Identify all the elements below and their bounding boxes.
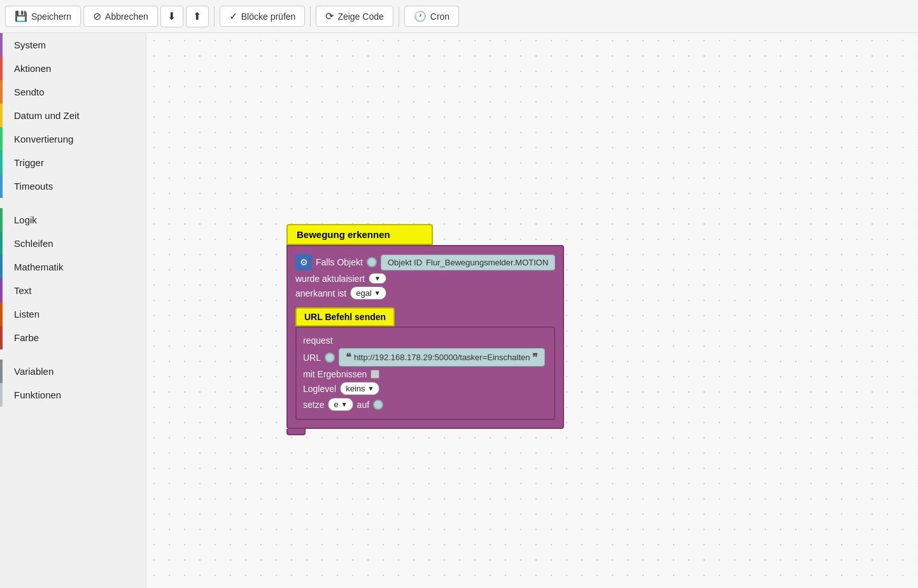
block-bottom-connector bbox=[286, 429, 306, 435]
sidebar-label-konvertierung: Konvertierung bbox=[14, 134, 73, 144]
sidebar-label-mathematik: Mathematik bbox=[14, 262, 64, 272]
save-icon: 💾 bbox=[15, 10, 27, 22]
check-blocks-button[interactable]: ✓ Blöcke prüfen bbox=[220, 6, 306, 27]
mit-ergebnissen-checkbox[interactable] bbox=[371, 370, 379, 379]
sidebar: System Aktionen Sendto Datum und Zeit Ko… bbox=[0, 33, 146, 588]
anerkannt-label: anerkannt ist bbox=[295, 288, 346, 298]
loglevel-label: Loglevel bbox=[303, 384, 336, 394]
sidebar-item-funktionen[interactable]: Funktionen bbox=[0, 383, 146, 407]
down-icon: ⬇ bbox=[167, 10, 176, 22]
connector-objekt[interactable] bbox=[367, 257, 377, 267]
egal-dropdown[interactable]: egal bbox=[350, 286, 386, 300]
connector-setze[interactable] bbox=[373, 400, 383, 410]
block-row-setze: setze e auf bbox=[303, 398, 547, 411]
block-row-anerkannt: anerkannt ist egal bbox=[295, 286, 555, 300]
block-row-wurde: wurde aktulaisiert bbox=[295, 273, 555, 284]
block-bewegung-erkennen: Bewegung erkennen ⚙ Falls Objekt Objekt … bbox=[286, 224, 564, 435]
check-icon: ✓ bbox=[229, 10, 237, 22]
mit-ergebnissen-label: mit Ergebnissen bbox=[303, 369, 367, 379]
block-row-falls-objekt: ⚙ Falls Objekt Objekt ID Flur_Bewegungsm… bbox=[295, 254, 555, 270]
objekt-id-block: Objekt ID Flur_Bewegungsmelder.MOTION bbox=[381, 255, 555, 270]
connector-url[interactable] bbox=[325, 353, 335, 363]
sidebar-label-listen: Listen bbox=[14, 309, 39, 319]
block-header-label: Bewegung erkennen bbox=[297, 229, 390, 240]
block-row-loglevel: Loglevel keins bbox=[303, 382, 547, 395]
sidebar-label-aktionen: Aktionen bbox=[14, 63, 51, 74]
sidebar-item-variablen[interactable]: Variablen bbox=[0, 360, 146, 383]
cron-label: Cron bbox=[430, 11, 449, 22]
up-icon: ⬆ bbox=[193, 10, 201, 22]
code-icon: ⟳ bbox=[325, 10, 334, 22]
falls-objekt-label: Falls Objekt bbox=[316, 257, 363, 267]
cron-button[interactable]: 🕐 Cron bbox=[404, 6, 459, 27]
sidebar-item-sendto[interactable]: Sendto bbox=[0, 80, 146, 104]
move-down-button[interactable]: ⬇ bbox=[160, 6, 183, 27]
auf-label: auf bbox=[357, 400, 369, 410]
setze-label: setze bbox=[303, 400, 324, 410]
request-label: request bbox=[303, 335, 333, 346]
check-label: Blöcke prüfen bbox=[241, 11, 296, 22]
sidebar-item-listen[interactable]: Listen bbox=[0, 302, 146, 326]
block-row-mit-ergebnissen: mit Ergebnissen bbox=[303, 369, 547, 379]
sidebar-label-farbe: Farbe bbox=[14, 332, 39, 343]
url-label: URL bbox=[303, 353, 321, 363]
sidebar-item-trigger[interactable]: Trigger bbox=[0, 151, 146, 174]
quote-open: ❝ bbox=[346, 351, 351, 363]
main-layout: System Aktionen Sendto Datum und Zeit Ko… bbox=[0, 33, 918, 588]
save-label: Speichern bbox=[31, 11, 71, 22]
gear-icon[interactable]: ⚙ bbox=[295, 254, 312, 270]
sidebar-item-aktionen[interactable]: Aktionen bbox=[0, 57, 146, 80]
quote-close: ❞ bbox=[532, 351, 538, 363]
divider bbox=[214, 6, 215, 27]
sidebar-label-sendto: Sendto bbox=[14, 87, 45, 97]
cancel-label: Abbrechen bbox=[105, 11, 148, 22]
loglevel-option: keins bbox=[346, 384, 365, 393]
block-row-request: request bbox=[303, 335, 547, 346]
sidebar-label-datum: Datum und Zeit bbox=[14, 110, 80, 121]
sidebar-label-timeouts: Timeouts bbox=[14, 181, 53, 192]
sidebar-label-text: Text bbox=[14, 285, 32, 296]
egal-option: egal bbox=[356, 288, 372, 298]
sidebar-label-schleifen: Schleifen bbox=[14, 238, 53, 249]
sidebar-gap-1 bbox=[0, 198, 146, 208]
url-string-block: ❝ http://192.168.178.29:50000/tasker=Ein… bbox=[339, 348, 545, 367]
block-header-url-befehl[interactable]: URL Befehl senden bbox=[295, 307, 395, 326]
url-befehl-label: URL Befehl senden bbox=[304, 312, 386, 322]
sidebar-item-logik[interactable]: Logik bbox=[0, 208, 146, 232]
sidebar-item-konvertierung[interactable]: Konvertierung bbox=[0, 127, 146, 151]
divider2 bbox=[310, 6, 311, 27]
cancel-icon: ⊘ bbox=[93, 10, 101, 22]
sidebar-gap-2 bbox=[0, 349, 146, 360]
code-label: Zeige Code bbox=[337, 11, 383, 22]
divider3 bbox=[399, 6, 399, 27]
sidebar-label-system: System bbox=[14, 39, 46, 50]
sidebar-item-schleifen[interactable]: Schleifen bbox=[0, 232, 146, 255]
sidebar-item-timeouts[interactable]: Timeouts bbox=[0, 174, 146, 198]
sidebar-label-funktionen: Funktionen bbox=[14, 389, 61, 400]
url-befehl-section: URL Befehl senden request URL bbox=[295, 304, 555, 420]
block-header-bewegung[interactable]: Bewegung erkennen bbox=[286, 224, 433, 245]
e-dropdown[interactable]: e bbox=[328, 398, 353, 411]
wurde-dropdown[interactable] bbox=[369, 273, 386, 284]
e-option: e bbox=[334, 400, 338, 409]
cron-icon: 🕐 bbox=[414, 10, 427, 22]
sidebar-item-mathematik[interactable]: Mathematik bbox=[0, 255, 146, 279]
url-value: http://192.168.178.29:50000/tasker=Einsc… bbox=[354, 353, 530, 362]
block-url-befehl-body: request URL ❝ http://192.168.178.29:5000… bbox=[295, 326, 555, 420]
objekt-id-label: Objekt ID bbox=[388, 258, 422, 267]
sidebar-item-text[interactable]: Text bbox=[0, 279, 146, 302]
move-up-button[interactable]: ⬆ bbox=[186, 6, 209, 27]
sidebar-item-farbe[interactable]: Farbe bbox=[0, 326, 146, 349]
sidebar-label-trigger: Trigger bbox=[14, 157, 44, 168]
loglevel-dropdown[interactable]: keins bbox=[340, 382, 379, 395]
sidebar-item-datum[interactable]: Datum und Zeit bbox=[0, 104, 146, 127]
block-falls-objekt: ⚙ Falls Objekt Objekt ID Flur_Bewegungsm… bbox=[286, 245, 564, 429]
save-button[interactable]: 💾 Speichern bbox=[5, 6, 81, 27]
cancel-button[interactable]: ⊘ Abbrechen bbox=[83, 6, 158, 27]
show-code-button[interactable]: ⟳ Zeige Code bbox=[316, 6, 393, 27]
sidebar-label-variablen: Variablen bbox=[14, 366, 53, 377]
block-canvas[interactable]: Bewegung erkennen ⚙ Falls Objekt Objekt … bbox=[146, 33, 918, 588]
toolbar: 💾 Speichern ⊘ Abbrechen ⬇ ⬆ ✓ Blöcke prü… bbox=[0, 0, 918, 33]
block-row-url: URL ❝ http://192.168.178.29:50000/tasker… bbox=[303, 348, 547, 367]
sidebar-item-system[interactable]: System bbox=[0, 33, 146, 57]
